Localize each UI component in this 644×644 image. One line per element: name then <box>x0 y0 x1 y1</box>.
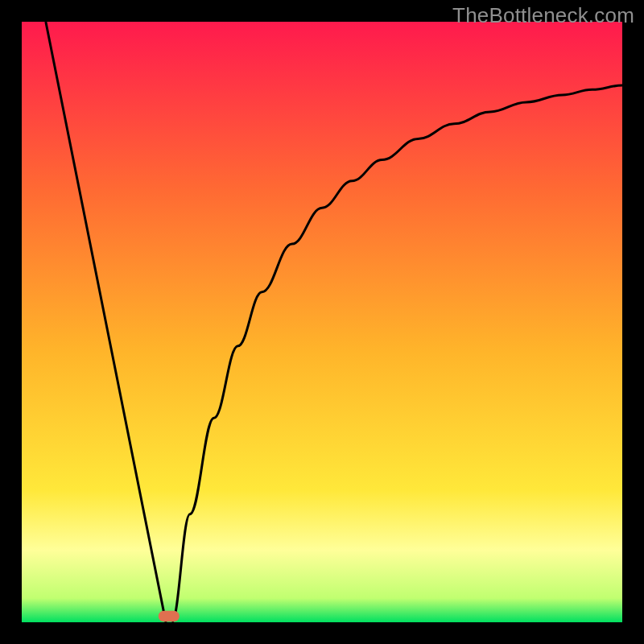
gradient-background <box>22 22 622 622</box>
watermark-label: TheBottleneck.com <box>452 3 634 28</box>
bottleneck-chart <box>22 22 622 622</box>
minimum-marker <box>159 611 180 621</box>
chart-frame: TheBottleneck.com <box>0 0 644 644</box>
